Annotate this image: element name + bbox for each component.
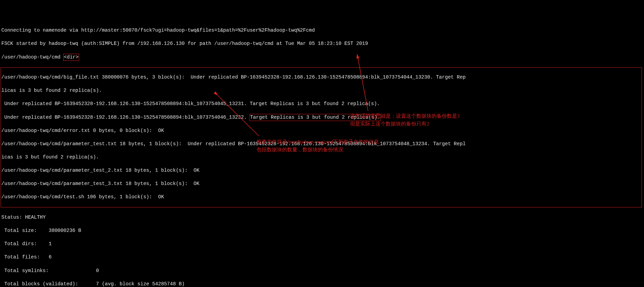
terminal-line: FSCK started by hadoop-twq (auth:SIMPLE)… (1, 40, 643, 47)
terminal-line: Under replicated BP-1639452328-192.168.1… (1, 101, 641, 107)
annotation-text: 这句话的意思就是：设置这个数据块的备份数是3 (350, 112, 460, 120)
terminal-line: /user/hadoop-twq/cmd <dir> (1, 54, 643, 61)
terminal-line: /user/hadoop-twq/cmd/parameter_test_2.tx… (1, 167, 641, 174)
annotation-text: 但是实际上这个数据块的备份只有2 (350, 120, 460, 128)
status-row: Total dirs: 1 (1, 241, 643, 248)
terminal-line: licas is 3 but found 2 replica(s). (1, 87, 641, 94)
fsck-file-block-box: /user/hadoop-twq/cmd/big_file.txt 380000… (1, 67, 642, 208)
status-row: Total size: 380000236 B (1, 227, 643, 234)
terminal-line: /user/hadoop-twq/cmd/big_file.txt 380000… (1, 74, 641, 81)
annotation-left: 检查文件目录/user/hadoop-twq/cmd下所有子文件的信息： 包括数… (257, 138, 384, 153)
annotation-right: 这句话的意思就是：设置这个数据块的备份数是3 但是实际上这个数据块的备份只有2 (350, 112, 460, 128)
text-fragment: Under replicated BP-1639452328-192.168.1… (1, 115, 250, 120)
path-text: /user/hadoop-twq/cmd (1, 54, 64, 60)
status-row: Total symlinks: 0 (1, 268, 643, 274)
terminal-line: Connecting to namenode via http://master… (1, 27, 643, 34)
status-row: Total blocks (validated): 7 (avg. block … (1, 281, 643, 287)
terminal-line: /user/hadoop-twq/cmd/test.sh 106 bytes, … (1, 194, 641, 201)
dir-tag-boxed: <dir> (63, 54, 80, 61)
status-row: Total files: 6 (1, 254, 643, 261)
terminal-line: Under replicated BP-1639452328-192.168.1… (1, 114, 641, 121)
annotation-text: 包括数据块的数量，数据块的备份情况 (257, 146, 384, 154)
annotation-text: 检查文件目录/user/hadoop-twq/cmd下所有子文件的信息： (257, 138, 384, 146)
terminal-line: /user/hadoop-twq/cmd/parameter_test_3.tx… (1, 181, 641, 187)
terminal-line: icas is 3 but found 2 replica(s). (1, 154, 641, 161)
status-title: Status: HEALTHY (1, 214, 643, 221)
terminal-line: /user/hadoop-twq/cmd/error.txt 0 bytes, … (1, 128, 641, 134)
